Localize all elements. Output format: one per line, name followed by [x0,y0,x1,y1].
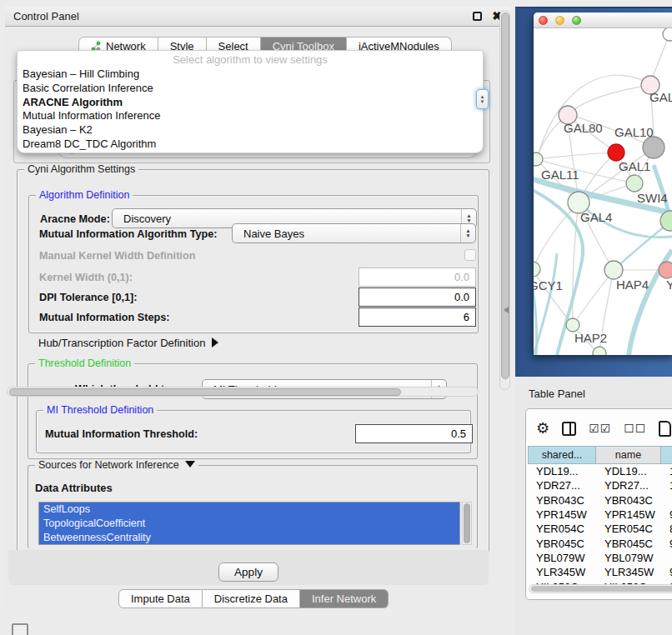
table-row[interactable]: YBR043CYBR043C [528,493,672,508]
network-node[interactable] [663,28,672,41]
table-cell [661,551,672,565]
table-cell [661,493,672,508]
attribute-list-scroll-thumb[interactable] [464,503,470,543]
select-all-checks-icon[interactable]: ☑☑ [589,422,611,435]
minimize-traffic-icon[interactable] [555,16,564,25]
algorithm-dropdown-hint: Select algorithm to view settings [18,53,483,68]
mi-steps-field[interactable]: 6 [359,308,476,327]
column-header-name[interactable]: name [596,446,661,464]
settings-vertical-scroll-thumb[interactable] [501,12,509,379]
cyni-settings-group-title: Cyni Algorithm Settings [24,163,138,175]
mi-threshold-label: Mutual Information Threshold: [45,428,198,440]
table-cell: 9. [661,536,672,550]
algorithm-option[interactable]: Mutual Information Inference [18,109,483,123]
manual-kernel-checkbox[interactable] [464,249,476,261]
deselect-all-icon[interactable]: ☐☐ [624,422,646,435]
expand-right-icon [212,338,218,348]
attribute-list-scrollbar[interactable] [462,502,472,545]
kernel-width-field[interactable]: 0.0 [359,268,476,287]
zoom-traffic-icon[interactable] [572,16,581,25]
mi-type-label: Mutual Information Algorithm Type: [39,228,218,240]
network-node[interactable] [534,152,543,166]
table-cell: YPR145W [528,508,596,522]
table-cell: YPR145W [596,508,661,522]
network-node[interactable] [643,137,664,158]
table-cell: YDL19... [596,464,661,478]
network-edge[interactable] [536,152,616,159]
dpi-tolerance-label: DPI Tolerance [0,1]: [39,292,138,303]
attribute-item[interactable]: TopologicalCoefficient [39,517,459,531]
network-node[interactable] [659,262,672,278]
table-row[interactable]: YDR27...YDR27...12 [528,478,672,492]
algorithm-option[interactable]: Bayesian – K2 [18,123,483,138]
network-edge[interactable] [539,75,650,153]
collapsed-panel-icon[interactable] [12,623,28,635]
gear-icon[interactable]: ⚙ [536,421,549,436]
table-row[interactable]: YBR045CYBR045C9. [528,536,672,550]
network-node[interactable] [534,262,540,277]
table-cell: YBR043C [528,493,596,508]
hub-definition-toggle[interactable]: Hub/Transcription Factor Definition [38,337,218,349]
algorithm-option[interactable]: Dream8 DC_TDC Algorithm [18,138,483,152]
tab-impute-data[interactable]: Impute Data [118,589,203,608]
table-cell: YDR27... [596,478,661,492]
tab-infer-network[interactable]: Infer Network [300,589,389,608]
float-panel-icon[interactable] [473,12,482,21]
node-label: GAL11 [541,168,579,182]
close-traffic-icon[interactable] [539,16,548,25]
algorithm-option[interactable]: ARACNE Algorithm [18,96,483,110]
node-label: SWI4 [637,191,668,205]
data-attributes-list[interactable]: SelfLoopsTopologicalCoefficientBetweenne… [38,502,460,545]
algorithm-combo-stepper[interactable]: ▲▼ [476,89,489,109]
network-node[interactable] [626,175,643,192]
algorithm-option[interactable]: Basic Correlation Inference [18,82,483,96]
mi-threshold-group-title: MI Threshold Definition [43,404,157,416]
algorithm-definition-title: Algorithm Definition [36,189,133,201]
table-cell: 8. [661,522,672,536]
network-canvas[interactable]: GALGAL80GAL10GAL11GAL1SWI4GAL4GCY1HAP4YH… [534,28,672,355]
column-header-shared[interactable]: shared... [528,446,596,464]
table-scroll-thumb[interactable] [531,586,672,592]
network-window-titlebar[interactable] [534,12,672,28]
control-panel: Control Panel ✖ NetworkStyleSelectCyni T… [5,7,510,609]
mi-type-combo[interactable]: Naive Bayes ▲▼ [232,223,476,243]
split-columns-icon[interactable] [562,422,576,436]
network-node[interactable] [566,318,579,332]
new-table-icon[interactable] [659,421,671,437]
tab-discretize-data[interactable]: Discretize Data [203,589,300,608]
table-cell: YBR045C [528,536,596,550]
sources-title-text: Sources for Network Inference [38,459,179,471]
table-row[interactable]: YDL19...YDL19...13 [528,464,672,478]
splitter-collapse-icon[interactable] [504,307,509,313]
network-view-window[interactable]: GALGAL80GAL10GAL11GAL1SWI4GAL4GCY1HAP4YH… [534,12,672,355]
table-horizontal-scrollbar[interactable] [529,584,672,593]
mi-threshold-field[interactable]: 0.5 [355,424,473,443]
settings-vertical-scrollbar[interactable] [499,10,510,390]
table-cell: YDR27... [528,478,596,492]
attribute-item[interactable]: BetweennessCentrality [39,531,459,545]
attribute-item[interactable]: gal4RGexp [39,544,459,545]
node-label: GAL [649,90,672,104]
algorithm-option[interactable]: Bayesian – Hill Climbing [18,68,483,82]
table-cell: YLR345W [596,565,661,579]
table-cell: YBR043C [596,493,661,508]
network-node[interactable] [608,144,624,161]
node-label: HAP2 [574,331,607,345]
network-node[interactable] [593,347,606,355]
network-node[interactable] [604,261,623,279]
network-edge[interactable] [568,85,650,115]
node-table: shared...nameA YDL19...YDL19...13YDR27..… [528,446,672,594]
column-header-A[interactable]: A [661,446,672,464]
table-row[interactable]: YLR345WYLR345W9. [528,565,672,579]
table-row[interactable]: YPR145WYPR145W9. [528,508,672,522]
settings-horizontal-scrollbar[interactable] [7,387,479,397]
table-row[interactable]: YER054CYER054C8. [528,522,672,536]
node-label: HAP4 [616,278,649,292]
sources-group-title[interactable]: Sources for Network Inference [35,459,198,471]
attribute-item[interactable]: SelfLoops [39,502,459,517]
kernel-width-label: Kernel Width (0,1): [39,272,133,283]
table-row[interactable]: YBL079WYBL079W [528,551,672,565]
settings-horizontal-scroll-thumb[interactable] [9,388,401,396]
apply-button[interactable]: Apply [218,562,278,582]
dpi-tolerance-field[interactable]: 0.0 [359,288,476,307]
